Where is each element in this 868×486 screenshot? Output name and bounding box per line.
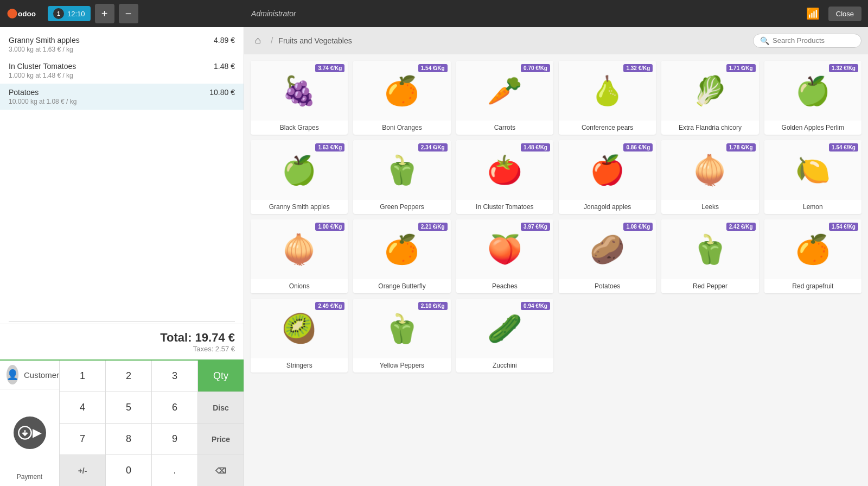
order-line[interactable]: Potatoes 10.000 kg at 1.08 € / kg 10.80 … [0,84,244,110]
svg-text:odoo: odoo [18,10,36,18]
price-badge: 2.49 €/Kg [315,302,344,310]
product-image-wrap: 🍅 1.48 €/Kg [456,140,553,200]
product-card[interactable]: 🍑 3.97 €/Kg Peaches [456,219,553,293]
left-panel: Granny Smith apples 3.000 kg at 1.63 € /… [0,27,244,486]
close-button[interactable]: Close [828,7,861,21]
key-dot[interactable]: . [152,455,197,486]
product-emoji: 🍏 [282,156,317,184]
price-badge: 1.54 €/Kg [829,143,858,152]
breadcrumb-category: Fruits and Vegetables [278,36,352,45]
order-line[interactable]: In Cluster Tomatoes 1.000 kg at 1.48 € /… [0,58,244,84]
product-name: Leeks [661,200,758,214]
price-badge: 2.42 €/Kg [726,223,756,231]
price-badge: 3.74 €/Kg [315,64,344,72]
price-badge: 1.71 €/Kg [726,64,756,72]
product-image-wrap: 🧅 1.00 €/Kg [251,219,348,279]
product-name: Onions [251,279,348,293]
search-input[interactable] [773,36,854,45]
wifi-icon: 📶 [806,7,820,20]
line-price: 10.80 € [209,88,235,97]
home-button[interactable]: ⌂ [251,33,265,48]
product-emoji: 🫑 [384,156,419,184]
backspace-button[interactable]: ⌫ [198,455,244,486]
product-emoji: 🍏 [795,77,831,105]
breadcrumb-bar: ⌂ / Fruits and Vegetables 🔍 [244,27,868,54]
product-card[interactable]: 🥕 0.70 €/Kg Carrots [456,61,553,135]
product-name: Conference pears [559,121,656,135]
numpad-area: 👤 Customer ▶ Payment [0,359,244,486]
product-card[interactable]: 🥔 1.08 €/Kg Potatoes [559,219,656,293]
payment-circle-button[interactable]: ▶ [14,416,46,449]
product-emoji: 🍊 [795,235,831,263]
line-name: Granny Smith apples [9,36,80,45]
product-card[interactable]: 🫑 2.10 €/Kg Yellow Peppers [353,299,450,373]
product-card[interactable]: 🍏 1.63 €/Kg Granny Smith apples [251,140,348,214]
order-tab[interactable]: 1 12:10 [48,6,91,21]
product-name: Red Pepper [661,279,758,293]
key-9[interactable]: 9 [152,424,197,455]
key-8[interactable]: 8 [106,424,151,455]
customer-label: Customer [24,370,59,380]
product-image-wrap: 🥬 1.71 €/Kg [661,61,758,121]
tax-amount: Taxes: 2.57 € [9,345,235,353]
product-card[interactable]: 🍋 1.54 €/Kg Lemon [764,140,861,214]
product-name: Granny Smith apples [251,200,348,214]
price-badge: 1.32 €/Kg [623,64,653,72]
price-badge: 1.32 €/Kg [829,64,858,72]
product-card[interactable]: 🥝 2.49 €/Kg Stringers [251,299,348,373]
key-7[interactable]: 7 [60,424,105,455]
price-badge: 1.54 €/Kg [418,64,448,72]
product-image-wrap: 🥝 2.49 €/Kg [251,299,348,358]
key-4[interactable]: 4 [60,392,105,423]
payment-label[interactable]: Payment [17,473,42,481]
line-detail: 1.000 kg at 1.48 € / kg [9,72,76,79]
key-3[interactable]: 3 [152,361,197,392]
product-card[interactable]: 🍊 1.54 €/Kg Boni Oranges [353,61,450,135]
product-image-wrap: 🍇 3.74 €/Kg [251,61,348,121]
product-card[interactable]: 🫑 2.42 €/Kg Red Pepper [661,219,758,293]
product-card[interactable]: 🥒 0.94 €/Kg Zucchini [456,299,553,373]
customer-icon: 👤 [7,365,18,384]
order-time: 12:10 [67,10,85,18]
product-card[interactable]: 🍅 1.48 €/Kg In Cluster Tomatoes [456,140,553,214]
product-card[interactable]: 🧅 1.00 €/Kg Onions [251,219,348,293]
qty-button[interactable]: Qty [198,361,244,392]
product-emoji: 🍊 [384,235,419,263]
product-image-wrap: 🍎 0.86 €/Kg [559,140,656,200]
svg-point-0 [8,9,17,18]
key-5[interactable]: 5 [106,392,151,423]
breadcrumb-separator: / [271,36,273,46]
customer-button[interactable]: 👤 Customer [0,361,59,389]
key-plusminus[interactable]: +/- [60,455,105,486]
key-6[interactable]: 6 [152,392,197,423]
key-1[interactable]: 1 [60,361,105,392]
product-card[interactable]: 🍐 1.32 €/Kg Conference pears [559,61,656,135]
key-0[interactable]: 0 [106,455,151,486]
right-panel: ⌂ / Fruits and Vegetables 🔍 🍇 3.74 €/Kg … [244,27,868,486]
price-button[interactable]: Price [198,424,244,455]
product-card[interactable]: 🍊 2.21 €/Kg Orange Butterfly [353,219,450,293]
total-divider [9,321,235,321]
product-emoji: 🧅 [282,235,317,263]
product-name: Black Grapes [251,121,348,135]
admin-label: Administrator [99,9,449,18]
odoo-logo: odoo [7,4,39,23]
product-image-wrap: 🍊 1.54 €/Kg [353,61,450,121]
product-card[interactable]: 🍊 1.54 €/Kg Red grapefruit [764,219,861,293]
product-card[interactable]: 🥬 1.71 €/Kg Extra Flandria chicory [661,61,758,135]
product-card[interactable]: 🧅 1.78 €/Kg Leeks [661,140,758,214]
line-detail: 10.000 kg at 1.08 € / kg [9,98,76,105]
product-card[interactable]: 🍎 0.86 €/Kg Jonagold apples [559,140,656,214]
product-card[interactable]: 🫑 2.34 €/Kg Green Peppers [353,140,450,214]
key-2[interactable]: 2 [106,361,151,392]
product-card[interactable]: 🍇 3.74 €/Kg Black Grapes [251,61,348,135]
search-box[interactable]: 🔍 [753,34,861,48]
product-image-wrap: 🫑 2.10 €/Kg [353,299,450,358]
product-image-wrap: 🍊 1.54 €/Kg [764,219,861,279]
order-line[interactable]: Granny Smith apples 3.000 kg at 1.63 € /… [0,31,244,58]
product-image-wrap: 🍑 3.97 €/Kg [456,219,553,279]
product-emoji: 🍋 [795,156,831,184]
disc-button[interactable]: Disc [198,392,244,423]
product-name: Boni Oranges [353,121,450,135]
product-card[interactable]: 🍏 1.32 €/Kg Golden Apples Perlim [764,61,861,135]
